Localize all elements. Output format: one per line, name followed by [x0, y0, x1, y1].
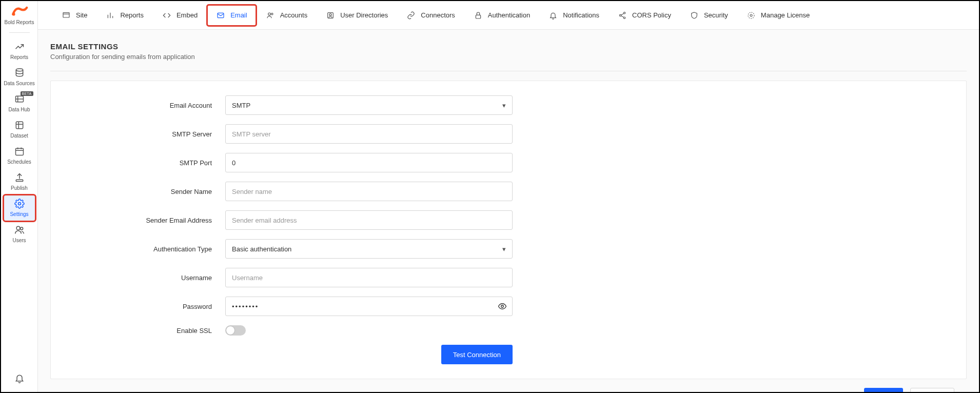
- svg-point-20: [748, 12, 754, 18]
- sidebar-item-dataset[interactable]: Dataset: [4, 116, 35, 143]
- gear-icon: [14, 198, 25, 209]
- svg-rect-3: [16, 122, 23, 128]
- bell-icon: [548, 11, 558, 20]
- cancel-button[interactable]: Cancel: [910, 388, 954, 392]
- toggle-knob: [226, 326, 234, 335]
- svg-point-0: [12, 13, 15, 16]
- select-value: Basic authentication: [232, 245, 291, 253]
- users-icon: [14, 224, 25, 235]
- tab-notifications[interactable]: Notifications: [540, 6, 607, 25]
- label-email-account: Email Account: [71, 102, 225, 109]
- brand-logo: [8, 4, 31, 18]
- tab-accounts[interactable]: Accounts: [258, 6, 316, 25]
- eye-icon: [498, 302, 507, 311]
- save-button[interactable]: Save: [864, 388, 903, 392]
- tab-label: Connectors: [421, 11, 455, 19]
- tab-label: Embed: [177, 11, 198, 19]
- left-sidebar: Bold Reports Reports Data Sources BETA D…: [1, 1, 38, 392]
- page-subtitle: Configuration for sending emails from ap…: [50, 53, 967, 61]
- page-body: EMAIL SETTINGS Configuration for sending…: [38, 30, 979, 392]
- publish-icon: [14, 172, 25, 183]
- toggle-enable-ssl[interactable]: [225, 325, 246, 336]
- lock-icon: [474, 11, 483, 20]
- sidebar-divider: [9, 32, 30, 33]
- sidebar-item-data-sources[interactable]: Data Sources: [4, 64, 35, 90]
- reports-bar-icon: [106, 11, 115, 20]
- caret-down-icon: ▾: [502, 245, 506, 253]
- page-title: EMAIL SETTINGS: [50, 42, 967, 51]
- input-smtp-port[interactable]: [225, 153, 513, 172]
- svg-rect-9: [63, 12, 69, 17]
- label-sender-name: Sender Name: [71, 188, 225, 195]
- sidebar-item-label: Settings: [10, 211, 28, 217]
- svg-point-16: [623, 12, 625, 13]
- tab-manage-license[interactable]: Manage License: [738, 6, 818, 25]
- sidebar-item-label: Users: [12, 238, 26, 243]
- svg-rect-4: [15, 148, 23, 155]
- tab-label: Site: [76, 11, 87, 19]
- svg-point-17: [619, 14, 621, 16]
- tab-label: Accounts: [280, 11, 307, 19]
- sidebar-item-label: Publish: [11, 185, 28, 191]
- sidebar-item-data-hub[interactable]: BETA Data Hub: [4, 90, 35, 116]
- tab-label: User Directories: [340, 11, 388, 19]
- beta-badge: BETA: [21, 91, 33, 96]
- email-settings-form: Email Account SMTP ▾ SMTP Server: [50, 81, 967, 379]
- input-username[interactable]: [225, 268, 513, 287]
- tab-label: Authentication: [488, 11, 530, 19]
- database-icon: [14, 67, 25, 78]
- tab-connectors[interactable]: Connectors: [398, 6, 463, 25]
- sidebar-item-label: Data Hub: [8, 107, 30, 112]
- svg-point-7: [16, 226, 20, 230]
- sidebar-item-reports[interactable]: Reports: [4, 38, 35, 64]
- shield-icon: [690, 11, 699, 20]
- input-sender-name[interactable]: [225, 182, 513, 201]
- label-enable-ssl: Enable SSL: [71, 327, 225, 335]
- sidebar-item-notifications[interactable]: [4, 369, 35, 385]
- sidebar-item-publish[interactable]: Publish: [4, 169, 35, 195]
- svg-point-18: [623, 17, 625, 18]
- settings-tabs: Site Reports Embed Email Accounts User D: [38, 1, 979, 30]
- calendar-icon: [14, 146, 25, 157]
- label-username: Username: [71, 274, 225, 282]
- svg-point-12: [271, 13, 272, 14]
- tab-site[interactable]: Site: [53, 6, 95, 25]
- input-smtp-server[interactable]: [225, 124, 513, 144]
- select-auth-type[interactable]: Basic authentication ▾: [225, 239, 513, 259]
- svg-rect-15: [476, 15, 480, 18]
- label-sender-email: Sender Email Address: [71, 217, 225, 224]
- input-sender-email[interactable]: [225, 210, 513, 230]
- tab-security[interactable]: Security: [681, 6, 736, 25]
- tab-label: CORS Policy: [632, 11, 671, 19]
- sidebar-item-label: Dataset: [10, 133, 28, 139]
- dataset-icon: [14, 120, 25, 131]
- label-smtp-server: SMTP Server: [71, 130, 225, 138]
- svg-point-14: [329, 13, 331, 15]
- code-icon: [162, 11, 171, 20]
- tab-user-directories[interactable]: User Directories: [318, 6, 396, 25]
- site-icon: [62, 11, 71, 20]
- main-area: Site Reports Embed Email Accounts User D: [38, 1, 979, 392]
- sidebar-item-schedules[interactable]: Schedules: [4, 143, 35, 169]
- sidebar-item-settings[interactable]: Settings: [4, 195, 35, 221]
- select-email-account[interactable]: SMTP ▾: [225, 95, 513, 115]
- tab-email[interactable]: Email: [208, 6, 256, 25]
- test-connection-button[interactable]: Test Connection: [441, 345, 513, 364]
- tab-reports[interactable]: Reports: [97, 6, 152, 25]
- tab-embed[interactable]: Embed: [154, 6, 206, 25]
- tab-label: Email: [230, 11, 247, 19]
- tab-cors-policy[interactable]: CORS Policy: [610, 6, 679, 25]
- toggle-password-visibility[interactable]: [496, 300, 508, 312]
- svg-point-11: [268, 13, 270, 15]
- email-icon: [216, 11, 225, 20]
- sidebar-item-users[interactable]: Users: [4, 221, 35, 247]
- license-gear-icon: [747, 11, 756, 20]
- reports-trend-icon: [14, 41, 25, 52]
- footer-actions: Save Cancel: [50, 379, 967, 392]
- svg-point-19: [750, 14, 752, 16]
- accounts-icon: [266, 11, 275, 20]
- tab-authentication[interactable]: Authentication: [465, 6, 538, 25]
- tab-label: Manage License: [761, 11, 810, 19]
- input-password[interactable]: [225, 297, 513, 316]
- bell-icon: [14, 372, 25, 384]
